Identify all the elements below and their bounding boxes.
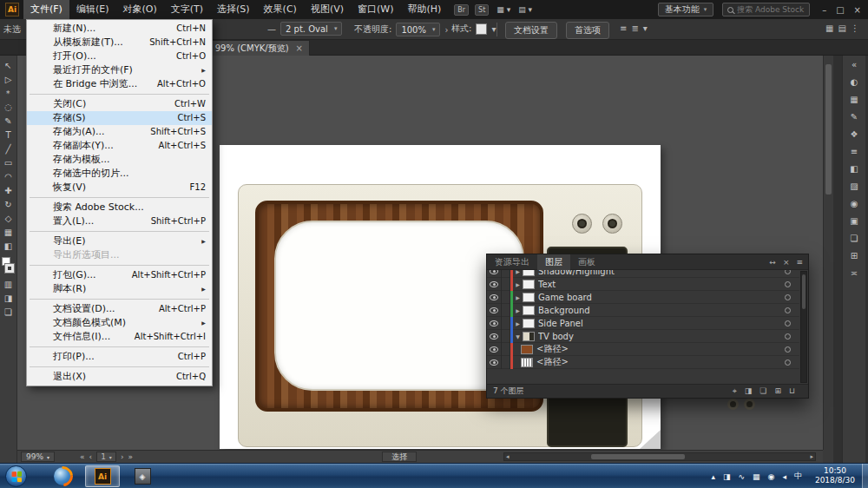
menu-item-revert[interactable]: 恢复(V)F12 <box>27 181 212 195</box>
stock-search-field[interactable] <box>722 3 810 16</box>
horizontal-scrollbar[interactable]: ◂ ▸ <box>503 452 816 461</box>
menu-window[interactable]: 窗口(W) <box>351 0 400 19</box>
restore-button[interactable]: □ <box>836 5 844 15</box>
close-button[interactable]: × <box>854 5 861 15</box>
panel-resize-icon[interactable]: ↔ <box>769 258 776 267</box>
artboard-number-dropdown[interactable]: 1▾ <box>96 452 116 462</box>
layer-row-path-1[interactable]: <路径> <box>487 343 799 356</box>
last-artboard-icon[interactable]: » <box>128 452 133 461</box>
lock-toggle[interactable] <box>502 330 510 343</box>
lock-toggle[interactable] <box>502 343 510 356</box>
rectangle-tool[interactable]: ▭ <box>4 157 12 168</box>
menu-item-scripts[interactable]: 脚本(R) <box>27 282 212 296</box>
pen-tool[interactable]: ✎ <box>4 115 11 127</box>
grid-icon[interactable]: ▦ <box>825 23 833 33</box>
menu-item-save-a-copy[interactable]: 存储副本(Y)...Alt+Ctrl+S <box>27 139 212 153</box>
vertical-scrollbar[interactable] <box>823 56 833 450</box>
show-desktop-button[interactable] <box>862 464 868 488</box>
menu-item-new[interactable]: 新建(N)...Ctrl+N <box>27 22 212 36</box>
chevron-down-icon[interactable]: ▾ <box>643 23 648 33</box>
tv-knob[interactable] <box>602 214 622 234</box>
stroke-panel-icon[interactable]: ≡ <box>851 147 858 156</box>
align-icon[interactable]: ≡ <box>620 23 627 33</box>
taskbar-app-button[interactable]: ◈ <box>125 465 160 487</box>
visibility-toggle[interactable] <box>487 330 502 343</box>
panel-menu-icon[interactable]: ≡ <box>796 258 803 267</box>
appearance-panel-icon[interactable]: ◉ <box>851 199 858 208</box>
delete-layer-icon[interactable]: ⊔ <box>789 386 795 396</box>
magic-wand-tool[interactable]: ＊ <box>4 88 13 99</box>
graphic-styles-panel-icon[interactable]: ▣ <box>850 216 858 226</box>
draw-behind-mode-icon[interactable]: ◨ <box>4 293 12 304</box>
chevron-right-icon[interactable]: › <box>444 25 448 35</box>
target-circle[interactable] <box>785 346 791 353</box>
tray-network-icon[interactable]: ∿ <box>739 472 746 481</box>
pencil-tool[interactable]: ✚ <box>4 185 11 196</box>
previous-artboard-icon[interactable]: ‹ <box>89 452 93 461</box>
tray-display-icon[interactable]: ◨ <box>723 472 731 481</box>
first-artboard-icon[interactable]: « <box>80 452 85 461</box>
start-button[interactable] <box>5 465 27 487</box>
tab-close-icon[interactable]: × <box>296 43 303 53</box>
stroke-swatch[interactable] <box>5 264 14 273</box>
taskbar-clock[interactable]: 10:50 2018/8/30 <box>807 466 863 485</box>
direct-selection-tool[interactable]: ▷ <box>5 74 12 85</box>
menu-type[interactable]: 文字(T) <box>164 0 210 19</box>
clipping-mask-icon[interactable]: ◨ <box>745 386 753 396</box>
menu-file[interactable]: 文件(F) <box>23 0 69 19</box>
menu-item-open[interactable]: 打开(O)...Ctrl+O <box>27 49 212 63</box>
tv-knob[interactable] <box>572 214 592 234</box>
overflow-icon[interactable]: ⋮ <box>851 23 859 33</box>
bridge-icon[interactable]: Br <box>454 4 469 16</box>
visibility-toggle[interactable] <box>487 343 502 356</box>
layers-scrollbar[interactable] <box>800 271 807 383</box>
tray-expand-icon[interactable]: ▴ <box>712 472 716 481</box>
layer-row-tv-body[interactable]: ▼TV body <box>487 330 799 343</box>
visibility-toggle[interactable] <box>487 317 502 330</box>
workspace-switcher[interactable]: 基本功能▾ <box>658 3 714 16</box>
symbols-panel-icon[interactable]: ❖ <box>851 129 858 139</box>
tray-volume-icon[interactable]: ◂ <box>782 472 786 481</box>
menu-item-close[interactable]: 关闭(C)Ctrl+W <box>27 97 212 111</box>
layer-row-game-board[interactable]: ▶Game board <box>487 291 799 304</box>
menu-edit[interactable]: 编辑(E) <box>69 0 116 19</box>
menu-item-file-info[interactable]: 文件信息(I)...Alt+Shift+Ctrl+I <box>27 330 212 344</box>
document-layout-icon[interactable]: ▤ ▾ <box>518 5 532 14</box>
menu-item-export[interactable]: 导出(E) <box>27 234 212 248</box>
menu-effect[interactable]: 效果(C) <box>257 0 304 19</box>
menu-item-search-adobe-stock[interactable]: 搜索 Adobe Stock... <box>27 201 212 214</box>
expand-panels-icon[interactable]: « <box>852 60 857 69</box>
target-circle[interactable] <box>785 270 791 274</box>
lock-toggle[interactable] <box>502 317 510 330</box>
preferences-button[interactable]: 首选项 <box>566 22 609 39</box>
artboards-panel-icon[interactable]: ⊞ <box>851 251 858 260</box>
scroll-left-icon[interactable]: ◂ <box>506 453 510 461</box>
expand-arrow-icon[interactable]: ▶ <box>513 270 523 274</box>
selection-tool[interactable]: ↖ <box>4 60 11 71</box>
menu-item-save-as[interactable]: 存储为(A)...Shift+Ctrl+S <box>27 125 212 139</box>
new-layer-icon[interactable]: ⊞ <box>774 386 781 396</box>
menu-item-place[interactable]: 置入(L)...Shift+Ctrl+P <box>27 214 212 228</box>
expand-arrow-icon[interactable]: ▶ <box>513 307 523 313</box>
tab-asset-export[interactable]: 资源导出 <box>487 254 537 270</box>
layers-scrollbar-thumb[interactable] <box>802 274 806 309</box>
menu-item-save-selected-slices[interactable]: 存储选中的切片... <box>27 167 212 181</box>
arrange-documents-icon[interactable]: ▦ ▾ <box>496 5 510 14</box>
target-circle[interactable] <box>785 281 791 287</box>
lock-toggle[interactable] <box>502 356 510 369</box>
menu-view[interactable]: 视图(V) <box>304 0 351 19</box>
visibility-toggle[interactable] <box>487 356 502 369</box>
panel-close-icon[interactable]: × <box>783 258 790 267</box>
type-tool[interactable]: T <box>5 129 10 141</box>
menu-object[interactable]: 对象(O) <box>115 0 163 19</box>
new-sublayer-icon[interactable]: ❏ <box>760 386 766 396</box>
layer-row-shadow-highlight[interactable]: ▶Shadow/Highlight <box>487 270 799 278</box>
expand-arrow-icon[interactable]: ▶ <box>513 281 523 287</box>
layer-row-text[interactable]: ▶Text <box>487 278 799 291</box>
menu-item-exit[interactable]: 退出(X)Ctrl+Q <box>27 370 212 384</box>
target-circle[interactable] <box>785 359 791 366</box>
align-panel-icon[interactable]: ≍ <box>851 268 858 278</box>
menu-help[interactable]: 帮助(H) <box>400 0 448 19</box>
chevron-down-icon[interactable]: ▾ <box>491 24 496 34</box>
language-indicator[interactable]: 中 <box>794 471 802 482</box>
